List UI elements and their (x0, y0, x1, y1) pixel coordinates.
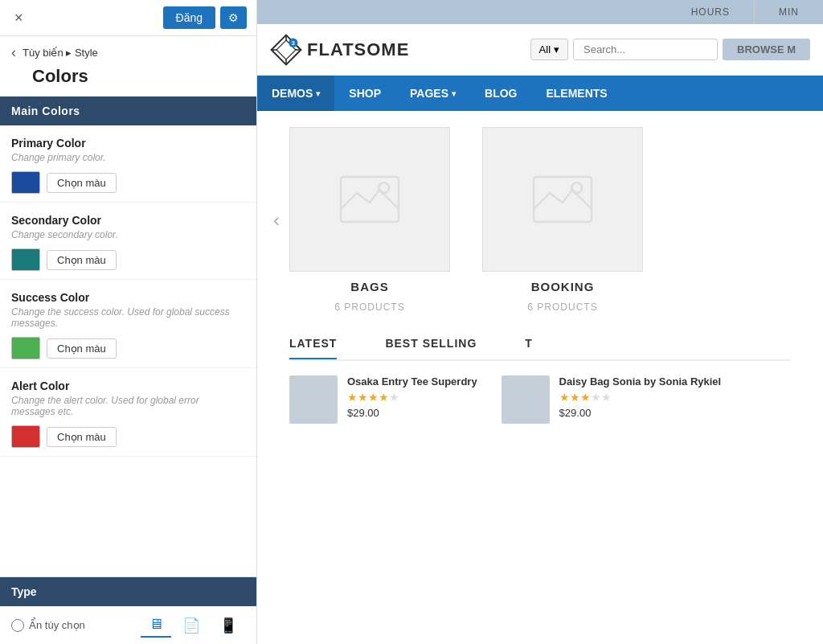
logo-text: FLATSOME (307, 39, 409, 60)
tabs-section: LATEST BEST SELLING T Osaka Entry Tee Su… (289, 337, 791, 424)
nav-item-demos[interactable]: DEMOS ▾ (257, 76, 334, 111)
tab-best-selling[interactable]: BEST SELLING (385, 337, 477, 359)
tabs-row: LATEST BEST SELLING T (289, 337, 791, 361)
right-panel: HOURS MIN 3 FLATSOME All ▾ BRO (257, 0, 823, 644)
nav-item-elements[interactable]: ELEMENTS (531, 76, 621, 111)
alert-color-pick-btn[interactable]: Chọn màu (47, 427, 117, 447)
product-name-2: Daisy Bag Sonia by Sonia Rykiel (559, 375, 722, 388)
nav-item-pages[interactable]: PAGES ▾ (395, 76, 470, 111)
tab-latest[interactable]: LATEST (289, 337, 337, 359)
an-tuy-chon-label[interactable]: Ẩn tùy chọn (11, 619, 85, 632)
product-thumb-2 (502, 375, 550, 424)
nav-pages-chevron-icon: ▾ (452, 89, 456, 98)
header-search: All ▾ BROWSE M (419, 39, 810, 60)
success-color-desc: Change the success color. Used for globa… (11, 306, 245, 329)
secondary-color-swatch[interactable] (11, 248, 40, 271)
slider-left-arrow-icon[interactable]: ‹ (273, 209, 280, 232)
dropdown-chevron-icon: ▾ (554, 43, 559, 55)
success-color-title: Success Color (11, 291, 245, 304)
nav-item-blog[interactable]: BLOG (470, 76, 531, 111)
dang-button[interactable]: Đăng (163, 6, 215, 29)
panel-title: Colors (0, 64, 256, 96)
secondary-color-item: Secondary Color Change secondary color. … (0, 203, 256, 280)
bottom-controls: Ẩn tùy chọn 🖥 📄 📱 (0, 606, 256, 644)
nav-demos-chevron-icon: ▾ (316, 89, 320, 98)
nav-elements-label: ELEMENTS (546, 87, 607, 100)
gear-button[interactable]: ⚙ (220, 6, 247, 29)
tab-t[interactable]: T (525, 337, 533, 359)
product-info-2: Daisy Bag Sonia by Sonia Rykiel ★★★★★ $2… (559, 375, 722, 419)
product-name-1: Osaka Entry Tee Superdry (347, 375, 477, 388)
secondary-color-desc: Change secondary color. (11, 229, 245, 240)
an-tuy-chon-radio[interactable] (11, 619, 24, 632)
nav-shop-label: SHOP (349, 87, 381, 100)
desktop-icon[interactable]: 🖥 (141, 613, 171, 638)
panel-bottom: Type Ẩn tùy chọn 🖥 📄 📱 (0, 576, 256, 644)
product-stars-1: ★★★★★ (347, 391, 477, 404)
browse-button[interactable]: BROWSE M (723, 39, 810, 60)
secondary-color-row: Chọn màu (11, 248, 245, 271)
list-item: Osaka Entry Tee Superdry ★★★★★ $29.00 (289, 375, 477, 424)
nav-item-shop[interactable]: SHOP (334, 76, 395, 111)
an-tuy-chon-text: Ẩn tùy chọn (29, 619, 85, 631)
bags-count: 6 PRODUCTS (334, 301, 404, 313)
bags-product-card: BAGS 6 PRODUCTS (289, 127, 450, 313)
mobile-icon[interactable]: 📱 (211, 613, 245, 638)
type-header: Type (0, 577, 256, 606)
primary-color-pick-btn[interactable]: Chọn màu (47, 173, 117, 193)
secondary-color-title: Secondary Color (11, 214, 245, 227)
close-button[interactable]: × (10, 8, 28, 28)
booking-count: 6 PRODUCTS (527, 301, 597, 313)
bags-label: BAGS (350, 280, 388, 293)
device-icons: 🖥 📄 📱 (141, 613, 245, 638)
product-price-2: $29.00 (559, 407, 722, 419)
success-color-pick-btn[interactable]: Chọn màu (47, 338, 117, 359)
logo-icon: 3 (270, 34, 302, 66)
product-price-1: $29.00 (347, 407, 477, 419)
all-label: All (539, 43, 551, 55)
alert-color-item: Alert Color Change the alert color. Used… (0, 368, 256, 457)
preview-nav: DEMOS ▾ SHOP PAGES ▾ BLOG ELEMENTS (257, 76, 823, 111)
bags-image-placeholder (289, 127, 450, 272)
primary-color-item: Primary Color Change primary color. Chọn… (0, 125, 256, 203)
nav-demos-label: DEMOS (272, 87, 313, 100)
panel-content: Main Colors Primary Color Change primary… (0, 96, 256, 576)
all-dropdown[interactable]: All ▾ (530, 39, 568, 60)
back-arrow-icon[interactable]: ‹ (11, 44, 16, 61)
success-color-item: Success Color Change the success color. … (0, 280, 256, 368)
primary-color-title: Primary Color (11, 137, 245, 150)
search-input[interactable] (573, 39, 718, 60)
preview-main: ‹ BAGS 6 PRODUCTS (257, 111, 823, 644)
list-item: Daisy Bag Sonia by Sonia Rykiel ★★★★★ $2… (502, 375, 722, 424)
product-info-1: Osaka Entry Tee Superdry ★★★★★ $29.00 (347, 375, 477, 419)
tablet-icon[interactable]: 📄 (174, 613, 208, 638)
main-colors-header: Main Colors (0, 96, 256, 125)
breadcrumb-text: Tùy biến ▸ Style (23, 47, 98, 59)
nav-pages-label: PAGES (410, 87, 448, 100)
svg-point-9 (379, 183, 389, 193)
topstrip-cells: HOURS MIN (667, 0, 823, 24)
breadcrumb: ‹ Tùy biến ▸ Style (0, 36, 256, 64)
min-cell: MIN (755, 0, 823, 24)
alert-color-row: Chọn màu (11, 425, 245, 448)
product-grid: ‹ BAGS 6 PRODUCTS (289, 127, 791, 313)
preview-topstrip: HOURS MIN (257, 0, 823, 24)
left-panel: × Đăng ⚙ ‹ Tùy biến ▸ Style Colors Main … (0, 0, 257, 644)
secondary-color-pick-btn[interactable]: Chọn màu (47, 250, 117, 270)
booking-image-placeholder (482, 127, 643, 272)
right-buttons: Đăng ⚙ (163, 6, 247, 29)
success-color-swatch[interactable] (11, 337, 40, 359)
alert-color-title: Alert Color (11, 379, 245, 392)
svg-point-11 (571, 183, 582, 193)
primary-color-row: Chọn màu (11, 171, 245, 194)
svg-text:3: 3 (292, 39, 296, 47)
hours-cell: HOURS (667, 0, 755, 24)
success-color-row: Chọn màu (11, 337, 245, 359)
nav-blog-label: BLOG (485, 87, 517, 100)
booking-label: BOOKING (531, 280, 595, 293)
preview-header: 3 FLATSOME All ▾ BROWSE M (257, 24, 823, 76)
bags-placeholder-icon (338, 167, 402, 232)
alert-color-swatch[interactable] (11, 425, 40, 448)
product-stars-2: ★★★★★ (559, 391, 722, 404)
primary-color-swatch[interactable] (11, 171, 40, 194)
